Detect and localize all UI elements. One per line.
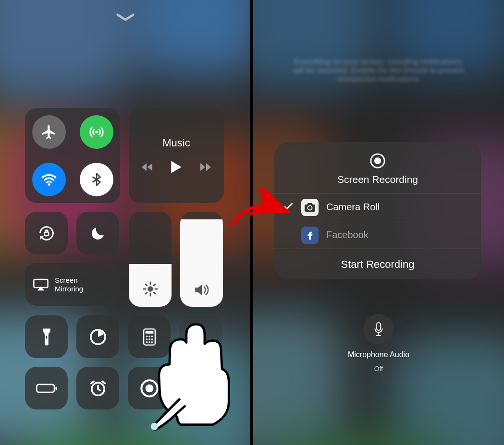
timer-icon: [89, 328, 107, 346]
svg-point-9: [146, 336, 148, 337]
connectivity-group: [25, 108, 120, 203]
facebook-label: Facebook: [326, 229, 369, 241]
music-widget[interactable]: Music: [129, 108, 224, 203]
volume-slider[interactable]: [180, 212, 223, 307]
recording-warning-text: Everything on your screen, including not…: [291, 58, 466, 84]
svg-point-16: [148, 341, 150, 343]
svg-rect-5: [46, 336, 47, 338]
wifi-button[interactable]: [32, 163, 66, 196]
calculator-button[interactable]: [128, 315, 171, 358]
camera-roll-label: Camera Roll: [326, 202, 380, 213]
microphone-toggle-button[interactable]: [363, 314, 394, 345]
alarm-clock-icon: [88, 379, 108, 397]
destination-option-facebook[interactable]: Facebook: [274, 221, 481, 249]
speaker-icon: [193, 283, 210, 297]
svg-point-13: [148, 338, 150, 340]
svg-rect-18: [37, 384, 54, 392]
screen-recording-panel: Screen Recording Camera Roll Facebook St…: [274, 142, 481, 279]
svg-point-15: [146, 341, 148, 343]
orientation-lock-button[interactable]: [25, 212, 68, 254]
record-icon: [369, 153, 386, 169]
screenshot-divider: [250, 0, 253, 445]
svg-point-12: [146, 338, 148, 340]
wifi-icon: [40, 171, 58, 188]
music-label: Music: [162, 137, 190, 149]
svg-point-22: [145, 384, 153, 392]
brightness-icon: [142, 281, 159, 297]
svg-point-17: [151, 341, 153, 343]
airplane-icon: [41, 124, 57, 140]
svg-point-4: [148, 286, 153, 291]
svg-point-10: [148, 336, 150, 337]
svg-point-1: [48, 183, 50, 186]
record-icon: [140, 379, 159, 398]
destination-option-camera-roll[interactable]: Camera Roll: [274, 193, 481, 221]
cellular-data-button[interactable]: [80, 115, 113, 149]
rotation-lock-icon: [37, 224, 56, 243]
voice-memos-button[interactable]: [179, 367, 222, 409]
flashlight-button[interactable]: [25, 315, 68, 358]
svg-point-14: [151, 338, 153, 340]
start-recording-button[interactable]: Start Recording: [274, 249, 481, 279]
play-icon[interactable]: [170, 160, 183, 174]
svg-rect-2: [44, 232, 48, 236]
airplay-icon: [33, 278, 49, 291]
svg-rect-27: [377, 323, 381, 330]
screen-mirroring-label-1: Screen: [55, 276, 83, 284]
cellular-icon: [89, 124, 104, 140]
moon-icon: [89, 225, 107, 242]
screen-record-button[interactable]: [128, 367, 171, 409]
svg-rect-3: [34, 279, 48, 288]
low-power-mode-button[interactable]: [25, 367, 68, 409]
bluetooth-icon: [89, 172, 104, 187]
screen-mirroring-label-2: Mirroring: [55, 285, 83, 293]
control-center-screenshot: Music: [0, 0, 250, 445]
svg-point-11: [151, 336, 153, 337]
airplane-mode-button[interactable]: [32, 115, 66, 149]
screen-mirroring-button[interactable]: Screen Mirroring: [25, 263, 120, 306]
waveform-icon: [191, 381, 211, 396]
forward-icon[interactable]: [199, 162, 211, 172]
rewind-icon[interactable]: [142, 162, 153, 172]
camera-button[interactable]: [179, 315, 222, 358]
facebook-app-icon: [301, 227, 319, 244]
microphone-state: Off: [374, 365, 383, 373]
timer-button[interactable]: [76, 315, 119, 358]
battery-icon: [36, 383, 58, 394]
bluetooth-button[interactable]: [80, 163, 113, 196]
flashlight-icon: [41, 327, 52, 347]
screen-recording-options-screenshot: Everything on your screen, including not…: [253, 0, 504, 445]
calculator-icon: [142, 328, 157, 346]
do-not-disturb-button[interactable]: [76, 212, 119, 254]
brightness-slider[interactable]: [129, 212, 172, 307]
screen-recording-title: Screen Recording: [337, 174, 418, 185]
camera-roll-app-icon: [301, 199, 319, 216]
svg-rect-19: [55, 386, 57, 390]
svg-point-0: [95, 131, 98, 133]
alarm-button[interactable]: [76, 367, 119, 409]
svg-point-24: [374, 157, 381, 164]
check-icon: [283, 202, 294, 213]
microphone-label: Microphone Audio: [348, 350, 409, 359]
svg-rect-8: [145, 330, 153, 333]
microphone-icon: [373, 322, 384, 337]
